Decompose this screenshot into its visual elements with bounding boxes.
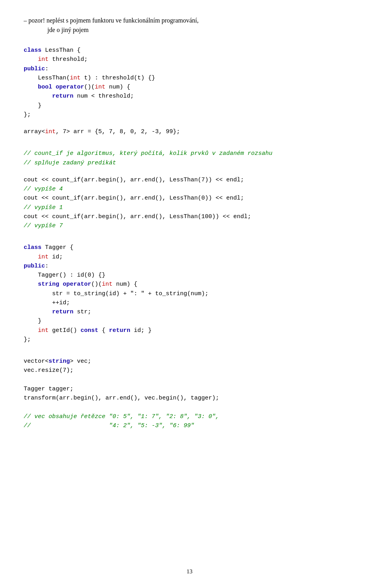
code-array: array<int, 7> arr = {5, 7, 8, 0, 2, -3, … bbox=[24, 127, 355, 136]
intro-line2: jde o jiný pojem bbox=[24, 25, 355, 35]
intro-text: – pozor! neplést s pojmem funktoru ve fu… bbox=[24, 16, 355, 35]
cout-block-1: cout << count_if(arr.begin(), arr.end(),… bbox=[24, 175, 355, 231]
code-cout1: cout << count_if(arr.begin(), arr.end(),… bbox=[24, 175, 355, 231]
array-line-block: array<int, 7> arr = {5, 7, 8, 0, 2, -3, … bbox=[24, 127, 355, 136]
code-lessthan: class LessThan { int threshold; public: … bbox=[24, 46, 355, 119]
code-comment1: // count_if je algoritmus, který počítá,… bbox=[24, 149, 355, 168]
tagger-class-block: class Tagger { int id; public: Tagger() … bbox=[24, 243, 355, 344]
intro-line1: – pozor! neplést s pojmem funktoru ve fu… bbox=[24, 16, 355, 25]
lessthan-class-block: class LessThan { int threshold; public: … bbox=[24, 46, 355, 119]
page-container: – pozor! neplést s pojmem funktoru ve fu… bbox=[0, 0, 379, 588]
vector-block: vector<string> vec; vec.resize(7); Tagge… bbox=[24, 357, 355, 430]
code-vector: vector<string> vec; vec.resize(7); Tagge… bbox=[24, 357, 355, 430]
code-tagger: class Tagger { int id; public: Tagger() … bbox=[24, 243, 355, 344]
comment-block-1: // count_if je algoritmus, který počítá,… bbox=[24, 149, 355, 168]
page-number: 13 bbox=[187, 567, 193, 576]
